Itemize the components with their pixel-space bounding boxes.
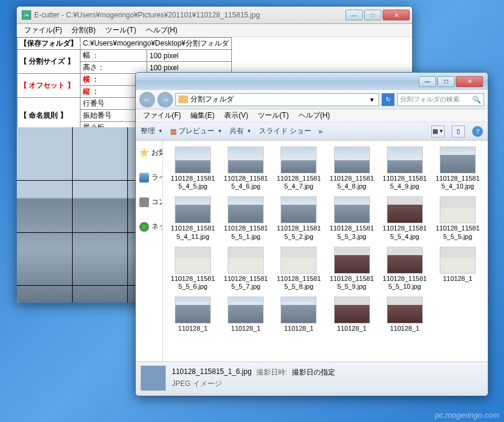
menu-split[interactable]: 分割(B)	[67, 24, 100, 37]
preview-pane-button[interactable]: ▯	[452, 125, 465, 137]
file-item[interactable]: 110128_115815_4_6.jpg	[220, 145, 271, 191]
file-item[interactable]: 110128_115815_5_9.jpg	[326, 246, 377, 292]
close-button[interactable]: ✕	[456, 76, 483, 87]
organize-button[interactable]: 整理▼	[141, 126, 163, 136]
menu-help[interactable]: ヘルプ(H)	[294, 109, 335, 122]
save-folder-value[interactable]: C:¥Users¥mogeringo¥Desktop¥分割フォルダ	[80, 38, 232, 50]
file-name: 110128_115815_4_5.jpg	[169, 175, 216, 190]
menu-help[interactable]: ヘルプ(H)	[141, 24, 183, 37]
menu-view[interactable]: 表示(V)	[219, 109, 253, 122]
file-name: 110128_115815_5_8.jpg	[275, 275, 322, 291]
file-name: 110128_115815_5_9.jpg	[329, 275, 375, 291]
thumbnail	[440, 247, 476, 274]
details-date-value[interactable]: 撮影日の指定	[292, 367, 335, 378]
offset-label: 【 オフセット 】	[17, 74, 80, 98]
file-name: 110128_1	[337, 325, 366, 333]
address-bar[interactable]: 分割フォルダ ▾	[175, 93, 379, 106]
width-value[interactable]: 100 pixel	[147, 50, 232, 62]
file-item[interactable]: 110128_1	[220, 295, 271, 334]
file-item[interactable]: 110128_115815_4_11.jpg	[168, 195, 218, 241]
share-button[interactable]: 共有▼	[229, 126, 252, 136]
file-item[interactable]: 110128_1	[168, 295, 218, 334]
status-bar: 1 個選択	[136, 394, 488, 396]
file-name: 110128_115815_4_7.jpg	[275, 175, 322, 190]
file-item[interactable]: 110128_115815_5_5.jpg	[433, 195, 483, 241]
more-button[interactable]: »	[318, 127, 323, 136]
file-item[interactable]: 110128_1	[380, 295, 430, 334]
toolbar: 整理▼ ▦プレビュー▼ 共有▼ スライド ショー » ▦▼ ▯ ?	[136, 122, 488, 140]
thumbnail	[387, 297, 423, 324]
nav-bar: ← → 分割フォルダ ▾ ↻ 分割フォルダの検索 🔍	[136, 90, 488, 109]
explorer-window: — □ ✕ ← → 分割フォルダ ▾ ↻ 分割フォルダの検索 🔍 ファイル(F)…	[135, 72, 488, 396]
search-input[interactable]: 分割フォルダの検索 🔍	[397, 93, 484, 106]
file-item[interactable]: 110128_1	[326, 295, 377, 334]
menu-tool[interactable]: ツール(T)	[100, 24, 141, 37]
breadcrumb-dropdown[interactable]: ▾	[368, 95, 376, 104]
menu-edit[interactable]: 編集(E)	[186, 109, 219, 122]
file-item[interactable]: 110128_115815_4_9.jpg	[380, 145, 430, 191]
forward-button[interactable]: →	[157, 92, 173, 107]
file-name: 110128_115815_4_9.jpg	[381, 175, 428, 190]
refresh-button[interactable]: ↻	[381, 93, 395, 106]
chevron-down-icon: ▼	[217, 128, 222, 134]
file-item[interactable]: 110128_115815_4_5.jpg	[168, 145, 218, 191]
file-name: 110128_1	[443, 275, 472, 283]
file-item[interactable]: 110128_115815_5_2.jpg	[273, 195, 324, 241]
file-name: 110128_115815_4_11.jpg	[169, 225, 216, 240]
thumbnail	[440, 196, 476, 223]
ecutter-app-icon: ✂	[22, 10, 31, 20]
maximize-button[interactable]: □	[437, 76, 455, 87]
chevron-down-icon: ▼	[158, 128, 163, 134]
file-name: 110128_115815_4_8.jpg	[329, 175, 375, 190]
thumbnail	[334, 297, 370, 324]
file-item[interactable]: 110128_115815_4_8.jpg	[326, 145, 377, 191]
preview-button[interactable]: ▦プレビュー▼	[170, 126, 222, 136]
help-button[interactable]: ?	[472, 126, 483, 137]
view-mode-button[interactable]: ▦▼	[431, 125, 445, 137]
file-item[interactable]: 110128_115815_5_1.jpg	[220, 195, 271, 241]
file-name: 110128_115815_4_10.jpg	[434, 175, 481, 190]
thumbnail	[334, 196, 370, 223]
file-item[interactable]: 110128_1	[273, 295, 324, 334]
thumbnail	[281, 297, 317, 324]
sidebar-computer[interactable]: コン	[136, 194, 162, 209]
file-name: 110128_115815_5_7.jpg	[222, 275, 269, 291]
file-name: 110128_115815_4_6.jpg	[222, 175, 269, 190]
back-button[interactable]: ←	[139, 92, 155, 107]
thumbnail	[228, 247, 264, 274]
file-item[interactable]: 110128_115815_5_7.jpg	[220, 246, 271, 292]
thumbnail	[387, 196, 423, 223]
file-item[interactable]: 110128_115815_5_8.jpg	[273, 246, 324, 292]
sidebar-libraries[interactable]: ライ	[136, 170, 162, 185]
explorer-titlebar[interactable]: — □ ✕	[136, 73, 488, 90]
sidebar-network[interactable]: ネッ	[136, 219, 162, 234]
menu-file[interactable]: ファイル(F)	[19, 24, 67, 37]
slideshow-button[interactable]: スライド ショー	[259, 126, 311, 136]
split-size-label: 【 分割サイズ 】	[17, 50, 80, 74]
ecutter-title: E-cutter - C:¥Users¥mogeringo¥Pictures¥2…	[34, 11, 345, 19]
thumbnail	[440, 146, 476, 173]
thumbnail	[281, 146, 317, 173]
minimize-button[interactable]: —	[345, 10, 363, 20]
maximize-button[interactable]: □	[364, 10, 381, 20]
file-item[interactable]: 110128_115815_4_10.jpg	[433, 145, 483, 191]
close-button[interactable]: ✕	[383, 10, 410, 20]
breadcrumb[interactable]: 分割フォルダ	[190, 94, 234, 104]
details-type: JPEG イメージ	[172, 379, 222, 389]
ecutter-titlebar[interactable]: ✂ E-cutter - C:¥Users¥mogeringo¥Pictures…	[17, 7, 412, 24]
file-item[interactable]: 110128_115815_4_7.jpg	[273, 145, 324, 191]
folder-icon	[178, 95, 188, 103]
file-grid[interactable]: 110128_115815_4_5.jpg110128_115815_4_6.j…	[163, 140, 488, 361]
file-item[interactable]: 110128_115815_5_4.jpg	[380, 195, 430, 241]
search-icon: 🔍	[472, 95, 481, 104]
menu-file[interactable]: ファイル(F)	[138, 109, 186, 122]
minimize-button[interactable]: —	[419, 76, 436, 87]
file-name: 110128_115815_5_4.jpg	[381, 225, 428, 240]
file-item[interactable]: 110128_115815_5_10.jpg	[380, 246, 430, 292]
sidebar-favorites[interactable]: お気	[136, 145, 162, 160]
file-item[interactable]: 110128_115815_5_6.jpg	[168, 246, 218, 292]
file-item[interactable]: 110128_115815_5_3.jpg	[326, 195, 377, 241]
menu-tool[interactable]: ツール(T)	[253, 109, 293, 122]
file-item[interactable]: 110128_1	[433, 246, 483, 292]
thumbnail	[228, 146, 264, 173]
